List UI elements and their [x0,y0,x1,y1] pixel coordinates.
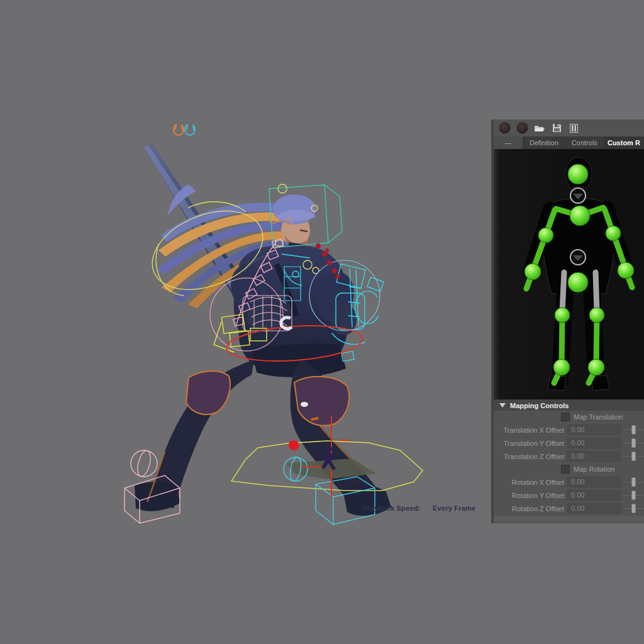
translation-z-offset-row: Translation Z Offset 0.00 [494,450,644,463]
tab-collapsed[interactable]: --- [494,136,523,149]
map-translation-checkbox[interactable] [561,413,570,421]
map-translation-label: Map Translation [574,413,623,421]
translation-x-offset-field[interactable]: 0.00 [567,425,621,435]
maya-workspace: Playback Speed: Every Frame --- Definiti… [0,0,644,644]
translation-y-offset-row: Translation Y Offset 0.00 [494,436,644,450]
collapse-triangle-icon [499,403,506,408]
character-b-icon[interactable] [516,122,528,134]
translation-z-offset-field[interactable]: 0.00 [567,451,621,462]
rotation-y-offset-field[interactable]: 0.00 [567,490,621,501]
open-folder-icon[interactable] [534,123,545,133]
character-map-diagram [494,149,644,399]
translation-y-offset-label: Translation Y Offset [494,440,564,447]
map-rotation-label: Map Rotation [574,465,614,473]
humanik-tabbar: --- Definition Controls Custom R [494,136,644,149]
hair-follicle-controls[interactable] [174,125,184,135]
rotation-z-offset-field[interactable]: 0.00 [567,503,621,514]
mapping-controls-title: Mapping Controls [510,402,569,409]
tab-controls[interactable]: Controls [565,136,604,149]
translation-x-offset-row: Translation X Offset 0.00 [494,423,644,436]
translation-y-offset-field[interactable]: 0.00 [567,438,621,448]
character-a-icon[interactable] [499,122,511,134]
translation-x-offset-label: Translation X Offset [494,426,564,434]
rotation-z-offset-slider[interactable] [623,504,644,513]
rotation-x-offset-row: Rotation X Offset 0.00 [494,475,644,489]
rotation-y-offset-row: Rotation Y Offset 0.00 [494,489,644,502]
rotation-x-offset-label: Rotation X Offset [494,479,564,486]
rotation-z-offset-label: Rotation Z Offset [494,505,564,513]
playback-speed-label: Playback Speed: [364,504,420,512]
rotation-x-offset-field[interactable]: 0.00 [567,477,621,487]
mapping-controls-header[interactable]: Mapping Controls [494,399,644,411]
translation-z-offset-label: Translation Z Offset [494,453,564,460]
translation-x-offset-slider[interactable] [623,425,644,435]
tab-custom-rig[interactable]: Custom R [604,136,644,149]
translation-y-offset-slider[interactable] [623,438,644,448]
mapping-controls-body: Map Translation Translation X Offset 0.0… [494,411,644,522]
tab-definition[interactable]: Definition [523,136,565,149]
panel-bottom-strip [494,516,644,522]
knee-red-marker [289,440,299,450]
rotation-x-offset-slider[interactable] [623,477,644,487]
rotation-y-offset-label: Rotation Y Offset [494,492,564,499]
translation-z-offset-slider[interactable] [623,452,644,461]
expand-button-neck[interactable] [570,188,586,203]
expand-button-spine[interactable] [570,250,586,265]
map-rotation-checkbox[interactable] [561,465,570,474]
rotation-y-offset-slider[interactable] [623,491,644,500]
rotation-z-offset-row: Rotation Z Offset 0.00 [494,502,644,515]
save-icon[interactable] [551,123,562,133]
humanik-toolbar [494,119,644,136]
humanik-panel: --- Definition Controls Custom R [491,119,644,523]
column-view-icon[interactable] [568,123,579,133]
playback-speed-value: Every Frame [433,504,475,512]
hair-follicle-controls-2[interactable] [185,125,195,135]
